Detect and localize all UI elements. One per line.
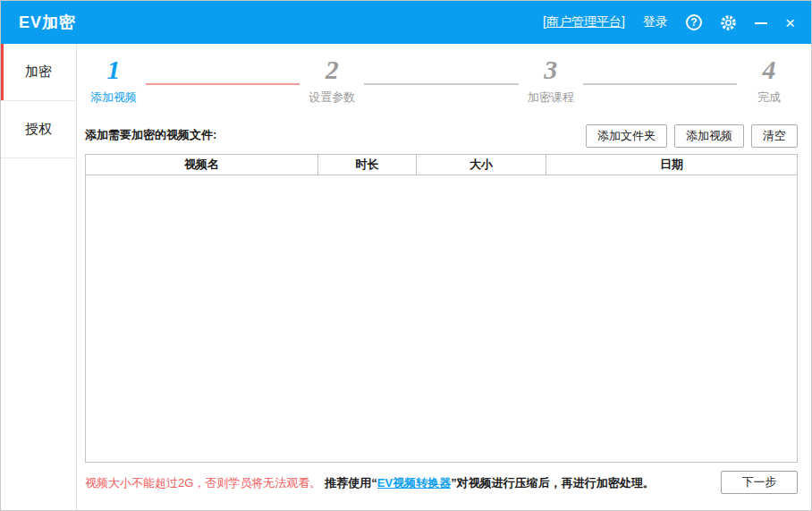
column-header-date[interactable]: 日期 (546, 155, 797, 175)
column-header-size[interactable]: 大小 (417, 155, 546, 175)
add-video-button[interactable]: 添加视频 (674, 124, 744, 148)
step-3-number: 3 (544, 55, 557, 85)
step-wizard: 1 添加视频 2 设置参数 3 加密课程 4 完成 (85, 55, 798, 106)
app-title: EV加密 (19, 12, 76, 33)
column-header-duration[interactable]: 时长 (318, 155, 417, 175)
add-folder-button[interactable]: 添加文件夹 (586, 124, 667, 148)
ev-converter-link[interactable]: EV视频转换器 (377, 476, 451, 490)
close-icon[interactable]: × (785, 14, 795, 31)
main-content: 1 添加视频 2 设置参数 3 加密课程 4 完成 (77, 44, 811, 510)
step-4-number: 4 (762, 55, 775, 85)
file-toolbar: 添加需要加密的视频文件: 添加文件夹 添加视频 清空 (85, 124, 798, 148)
app-window: EV加密 [商户管理平台] 登录 ? × 加密 授权 (0, 0, 812, 511)
step-2-number: 2 (326, 55, 339, 85)
step-connector-3 (583, 83, 737, 85)
sidebar-item-encrypt[interactable]: 加密 (1, 44, 76, 101)
footer-bar: 视频大小不能超过2G，否则学员将无法观看。推荐使用“EV视频转换器”对视频进行压… (85, 471, 798, 494)
sidebar-item-encrypt-label: 加密 (25, 64, 52, 81)
login-button[interactable]: 登录 (643, 14, 668, 30)
step-3-encrypt-course: 3 加密课程 (522, 55, 579, 106)
sidebar-item-authorize-label: 授权 (25, 121, 52, 138)
sidebar-item-authorize[interactable]: 授权 (1, 101, 76, 158)
step-2-set-params: 2 设置参数 (303, 55, 360, 106)
footer-note: 视频大小不能超过2G，否则学员将无法观看。推荐使用“EV视频转换器”对视频进行压… (85, 472, 655, 494)
settings-gear-icon[interactable] (720, 14, 737, 31)
step-2-label: 设置参数 (309, 89, 355, 106)
step-1-label: 添加视频 (90, 89, 137, 106)
titlebar: EV加密 [商户管理平台] 登录 ? × (1, 1, 811, 44)
toolbar-buttons: 添加文件夹 添加视频 清空 (586, 124, 798, 148)
step-1-number: 1 (107, 55, 121, 85)
table-body-empty[interactable] (86, 175, 797, 462)
step-4-complete: 4 完成 (740, 55, 798, 106)
file-section-label: 添加需要加密的视频文件: (85, 127, 216, 148)
sidebar: 加密 授权 (1, 44, 77, 510)
help-icon[interactable]: ? (686, 14, 702, 30)
next-step-button[interactable]: 下一步 (721, 471, 798, 494)
app-body: 加密 授权 1 添加视频 2 设置参数 3 (1, 44, 811, 510)
step-connector-1 (146, 83, 300, 85)
clear-button[interactable]: 清空 (751, 124, 798, 148)
table-header-row: 视频名 时长 大小 日期 (86, 155, 797, 175)
tip-text-prefix: 推荐使用“ (325, 476, 377, 490)
video-file-table: 视频名 时长 大小 日期 (85, 154, 798, 463)
step-connector-2 (364, 83, 518, 85)
tip-text-suffix: ”对视频进行压缩后，再进行加密处理。 (451, 476, 655, 490)
column-header-video-name[interactable]: 视频名 (86, 155, 318, 175)
minimize-icon[interactable] (755, 14, 767, 30)
size-warning-text: 视频大小不能超过2G，否则学员将无法观看。 (85, 476, 321, 490)
step-4-label: 完成 (757, 89, 781, 106)
titlebar-actions: [商户管理平台] 登录 ? × (543, 14, 795, 31)
merchant-platform-link[interactable]: [商户管理平台] (543, 14, 625, 30)
step-3-label: 加密课程 (528, 89, 574, 106)
step-1-add-video: 1 添加视频 (85, 55, 142, 106)
